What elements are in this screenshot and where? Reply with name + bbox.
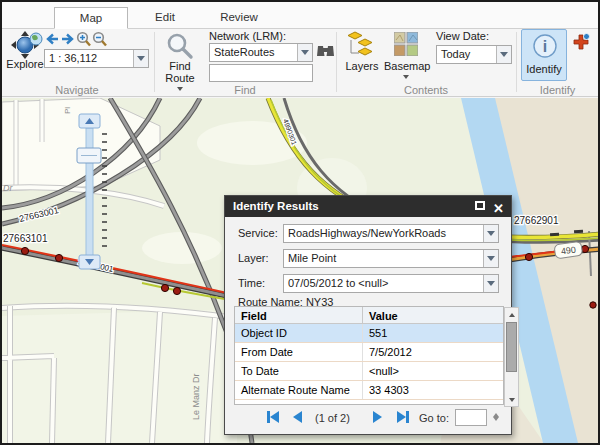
dialog-title-bar[interactable]: Identify Results ✕ <box>225 196 511 217</box>
attributes-table: Field Value Object ID 551 From Date 7/5/… <box>234 306 504 405</box>
table-row[interactable]: To Date <null> <box>235 362 503 381</box>
table-scrollbar[interactable] <box>504 307 519 407</box>
find-route-button[interactable]: Find Route <box>160 60 200 84</box>
time-dropdown-arrow[interactable] <box>483 275 498 292</box>
table-row[interactable]: From Date 7/5/2012 <box>235 343 503 362</box>
route-id-label: 27663101 <box>3 233 48 244</box>
view-date-dropdown-arrow[interactable] <box>496 46 511 63</box>
field-column-header: Field <box>235 307 363 323</box>
route-id-label: 27662901 <box>514 215 559 226</box>
table-row[interactable]: Alternate Route Name 33 4303 <box>235 381 503 400</box>
close-icon[interactable]: ✕ <box>493 198 504 219</box>
spinner-down-icon[interactable] <box>490 417 502 425</box>
value-column-header: Value <box>363 307 503 323</box>
service-combo[interactable]: RoadsHighways/NewYorkRoads <box>283 224 499 243</box>
layers-icon[interactable] <box>347 31 373 59</box>
table-row[interactable]: Object ID 551 <box>235 324 503 343</box>
street-label-le-manz: Le Manz Dr <box>191 373 201 420</box>
route-search-input[interactable] <box>209 64 313 82</box>
ribbon-tab-strip: Map Edit Review <box>2 2 598 29</box>
tab-review[interactable]: Review <box>202 7 276 29</box>
map-scale-combo[interactable]: 1 : 36,112 <box>44 49 149 68</box>
previous-page-button[interactable] <box>293 411 302 423</box>
service-label: Service: <box>238 227 278 239</box>
identify-button[interactable]: i Identify <box>521 29 567 81</box>
basemap-icon[interactable] <box>394 32 418 56</box>
group-separator <box>154 32 155 92</box>
next-page-button[interactable] <box>373 411 382 423</box>
basemap-button[interactable]: Basemap <box>384 60 430 72</box>
view-date-label: View Date: <box>436 30 489 42</box>
city-blocks-bottomleft <box>2 306 237 443</box>
last-page-button[interactable] <box>397 411 409 423</box>
scroll-up-arrow-icon[interactable] <box>505 308 518 321</box>
network-lrm-label: Network (LRM): <box>209 30 286 42</box>
zoom-slider-track[interactable] <box>86 128 93 256</box>
back-arrow-icon[interactable] <box>45 33 59 45</box>
binoculars-icon[interactable] <box>317 43 334 58</box>
globe-icon[interactable] <box>29 32 43 46</box>
layers-button[interactable]: Layers <box>342 60 382 72</box>
tab-edit[interactable]: Edit <box>128 7 202 29</box>
zoom-in-icon[interactable] <box>76 31 91 47</box>
dialog-title: Identify Results <box>233 200 319 212</box>
network-lrm-value: StateRoutes <box>210 44 297 61</box>
table-partial-row <box>235 400 503 404</box>
view-date-combo[interactable]: Today <box>436 45 512 64</box>
identify-button-label: Identify <box>522 63 566 75</box>
street-label-dr: Dr <box>3 183 13 193</box>
table-header-row: Field Value <box>235 307 503 324</box>
find-group-label: Find <box>155 84 335 96</box>
layer-value: Mile Point <box>284 250 483 267</box>
street-label-pl: Pl <box>63 107 72 114</box>
goto-page-input[interactable] <box>455 409 487 426</box>
spinner-up-icon[interactable] <box>490 409 502 417</box>
first-page-button[interactable] <box>267 411 279 423</box>
group-separator <box>336 32 337 92</box>
app-window: Map Edit Review Explore <box>0 0 600 445</box>
time-label: Time: <box>238 277 265 289</box>
identify-i-icon: i <box>532 33 558 59</box>
zoom-out-icon[interactable] <box>92 31 107 47</box>
maximize-icon[interactable] <box>475 201 485 210</box>
identify-group-label: Identify <box>517 84 598 96</box>
layer-combo[interactable]: Mile Point <box>283 249 499 268</box>
find-route-icon[interactable] <box>166 32 194 60</box>
scroll-down-arrow-icon[interactable] <box>505 393 518 406</box>
navigate-group-label: Navigate <box>2 84 152 96</box>
page-indicator: (1 of 2) <box>315 412 350 424</box>
goto-label: Go to: <box>419 412 449 424</box>
svg-text:490: 490 <box>560 245 576 257</box>
ribbon: Map Edit Review Explore <box>2 2 598 97</box>
network-lrm-dropdown-arrow[interactable] <box>297 44 312 61</box>
pagination-bar: (1 of 2) Go to: <box>225 408 511 428</box>
scrollbar-thumb[interactable] <box>506 322 517 372</box>
tab-map[interactable]: Map <box>54 7 128 29</box>
network-lrm-combo[interactable]: StateRoutes <box>209 43 313 62</box>
view-date-value: Today <box>437 46 496 63</box>
basemap-dropdown-caret[interactable] <box>403 75 409 79</box>
map-scale-value: 1 : 36,112 <box>45 50 133 67</box>
group-separator <box>516 32 517 92</box>
map-scale-dropdown-arrow[interactable] <box>133 50 148 67</box>
service-value: RoadsHighways/NewYorkRoads <box>284 225 483 242</box>
goto-spinner[interactable] <box>490 409 502 426</box>
time-value: 07/05/2012 to <null> <box>284 275 483 292</box>
contents-group-label: Contents <box>337 84 515 96</box>
explore-label[interactable]: Explore <box>4 58 46 70</box>
route-id-label: 27663001 <box>18 205 59 224</box>
time-combo[interactable]: 07/05/2012 to <null> <box>283 274 499 293</box>
service-dropdown-arrow[interactable] <box>483 225 498 242</box>
layer-dropdown-arrow[interactable] <box>483 250 498 267</box>
forward-arrow-icon[interactable] <box>61 33 75 45</box>
layer-label: Layer: <box>238 252 269 264</box>
terrain-patch <box>142 232 222 264</box>
svg-text:i: i <box>543 38 547 55</box>
identify-results-dialog: Identify Results ✕ Service: RoadsHighway… <box>224 195 512 435</box>
red-plus-tool-icon[interactable] <box>572 33 590 51</box>
